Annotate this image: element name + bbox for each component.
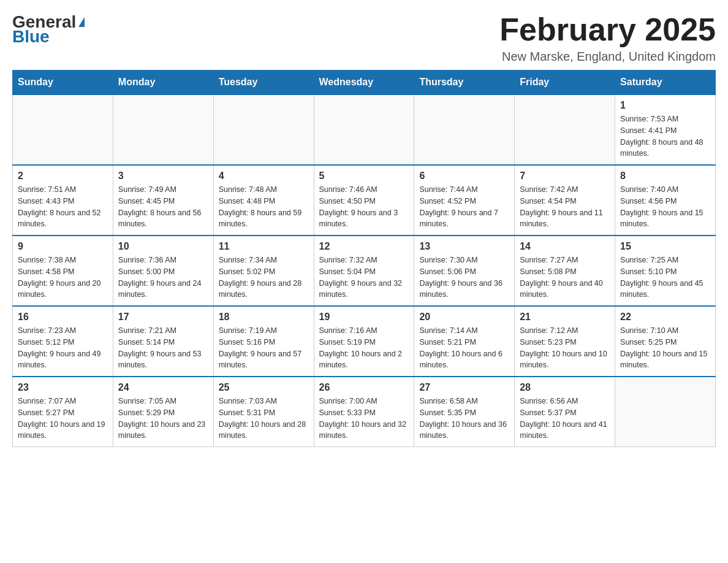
day-info: Sunrise: 7:03 AMSunset: 5:31 PMDaylight:… — [219, 396, 309, 442]
day-info: Sunrise: 6:58 AMSunset: 5:35 PMDaylight:… — [419, 396, 509, 442]
day-info: Sunrise: 7:07 AMSunset: 5:27 PMDaylight:… — [18, 396, 108, 442]
calendar-cell: 13Sunrise: 7:30 AMSunset: 5:06 PMDayligh… — [414, 236, 515, 306]
day-info: Sunrise: 7:21 AMSunset: 5:14 PMDaylight:… — [118, 325, 208, 371]
day-number: 22 — [620, 312, 710, 323]
calendar-cell — [615, 377, 716, 447]
calendar-cell: 20Sunrise: 7:14 AMSunset: 5:21 PMDayligh… — [414, 306, 515, 377]
weekday-header-wednesday: Wednesday — [314, 71, 414, 95]
day-info: Sunrise: 7:36 AMSunset: 5:00 PMDaylight:… — [118, 255, 208, 301]
calendar-cell: 5Sunrise: 7:46 AMSunset: 4:50 PMDaylight… — [314, 165, 414, 236]
weekday-header-tuesday: Tuesday — [213, 71, 314, 95]
calendar-cell: 18Sunrise: 7:19 AMSunset: 5:16 PMDayligh… — [213, 306, 314, 377]
calendar-cell: 9Sunrise: 7:38 AMSunset: 4:58 PMDaylight… — [13, 236, 113, 306]
calendar-cell: 11Sunrise: 7:34 AMSunset: 5:02 PMDayligh… — [213, 236, 314, 306]
title-section: February 2025 New Marske, England, Unite… — [499, 12, 716, 64]
calendar-cell — [213, 94, 314, 165]
day-number: 9 — [18, 241, 108, 252]
day-info: Sunrise: 7:42 AMSunset: 4:54 PMDaylight:… — [520, 184, 610, 230]
calendar-cell: 10Sunrise: 7:36 AMSunset: 5:00 PMDayligh… — [113, 236, 213, 306]
calendar-cell — [13, 94, 113, 165]
day-info: Sunrise: 7:48 AMSunset: 4:48 PMDaylight:… — [219, 184, 309, 230]
weekday-header-row: SundayMondayTuesdayWednesdayThursdayFrid… — [13, 71, 716, 95]
calendar-cell: 15Sunrise: 7:25 AMSunset: 5:10 PMDayligh… — [615, 236, 716, 306]
week-row-3: 9Sunrise: 7:38 AMSunset: 4:58 PMDaylight… — [13, 236, 716, 306]
day-number: 15 — [620, 241, 710, 252]
day-number: 24 — [118, 382, 208, 393]
day-info: Sunrise: 7:51 AMSunset: 4:43 PMDaylight:… — [18, 184, 108, 230]
day-number: 17 — [118, 312, 208, 323]
day-info: Sunrise: 7:32 AMSunset: 5:04 PMDaylight:… — [319, 255, 409, 301]
logo: General Blue — [12, 12, 85, 47]
calendar-cell — [515, 94, 615, 165]
day-number: 4 — [219, 170, 309, 182]
day-info: Sunrise: 7:10 AMSunset: 5:25 PMDaylight:… — [620, 325, 710, 371]
day-number: 12 — [319, 241, 409, 252]
calendar-cell: 1Sunrise: 7:53 AMSunset: 4:41 PMDaylight… — [615, 94, 716, 165]
day-info: Sunrise: 7:44 AMSunset: 4:52 PMDaylight:… — [419, 184, 509, 230]
calendar-cell: 27Sunrise: 6:58 AMSunset: 5:35 PMDayligh… — [414, 377, 515, 447]
day-number: 18 — [219, 312, 309, 323]
day-info: Sunrise: 7:16 AMSunset: 5:19 PMDaylight:… — [319, 325, 409, 371]
day-number: 16 — [18, 312, 108, 323]
day-number: 20 — [419, 312, 509, 323]
day-info: Sunrise: 7:00 AMSunset: 5:33 PMDaylight:… — [319, 396, 409, 442]
day-number: 11 — [219, 241, 309, 252]
day-info: Sunrise: 6:56 AMSunset: 5:37 PMDaylight:… — [520, 396, 610, 442]
calendar-cell: 22Sunrise: 7:10 AMSunset: 5:25 PMDayligh… — [615, 306, 716, 377]
day-info: Sunrise: 7:30 AMSunset: 5:06 PMDaylight:… — [419, 255, 509, 301]
day-number: 25 — [219, 382, 309, 393]
day-number: 2 — [18, 170, 108, 182]
day-number: 14 — [520, 241, 610, 252]
calendar-cell: 21Sunrise: 7:12 AMSunset: 5:23 PMDayligh… — [515, 306, 615, 377]
calendar-cell — [314, 94, 414, 165]
calendar-cell: 3Sunrise: 7:49 AMSunset: 4:45 PMDaylight… — [113, 165, 213, 236]
day-number: 7 — [520, 170, 610, 182]
calendar-cell: 8Sunrise: 7:40 AMSunset: 4:56 PMDaylight… — [615, 165, 716, 236]
weekday-header-thursday: Thursday — [414, 71, 515, 95]
day-info: Sunrise: 7:12 AMSunset: 5:23 PMDaylight:… — [520, 325, 610, 371]
calendar-table: SundayMondayTuesdayWednesdayThursdayFrid… — [12, 70, 716, 447]
calendar-cell: 24Sunrise: 7:05 AMSunset: 5:29 PMDayligh… — [113, 377, 213, 447]
location: New Marske, England, United Kingdom — [499, 50, 716, 64]
calendar-cell: 26Sunrise: 7:00 AMSunset: 5:33 PMDayligh… — [314, 377, 414, 447]
calendar-cell: 7Sunrise: 7:42 AMSunset: 4:54 PMDaylight… — [515, 165, 615, 236]
day-info: Sunrise: 7:40 AMSunset: 4:56 PMDaylight:… — [620, 184, 710, 230]
week-row-1: 1Sunrise: 7:53 AMSunset: 4:41 PMDaylight… — [13, 94, 716, 165]
calendar-cell: 17Sunrise: 7:21 AMSunset: 5:14 PMDayligh… — [113, 306, 213, 377]
day-info: Sunrise: 7:14 AMSunset: 5:21 PMDaylight:… — [419, 325, 509, 371]
week-row-2: 2Sunrise: 7:51 AMSunset: 4:43 PMDaylight… — [13, 165, 716, 236]
day-info: Sunrise: 7:05 AMSunset: 5:29 PMDaylight:… — [118, 396, 208, 442]
day-info: Sunrise: 7:25 AMSunset: 5:10 PMDaylight:… — [620, 255, 710, 301]
weekday-header-monday: Monday — [113, 71, 213, 95]
day-info: Sunrise: 7:19 AMSunset: 5:16 PMDaylight:… — [219, 325, 309, 371]
week-row-5: 23Sunrise: 7:07 AMSunset: 5:27 PMDayligh… — [13, 377, 716, 447]
calendar-cell: 14Sunrise: 7:27 AMSunset: 5:08 PMDayligh… — [515, 236, 615, 306]
day-info: Sunrise: 7:23 AMSunset: 5:12 PMDaylight:… — [18, 325, 108, 371]
day-number: 10 — [118, 241, 208, 252]
weekday-header-saturday: Saturday — [615, 71, 716, 95]
day-number: 19 — [319, 312, 409, 323]
calendar-cell: 12Sunrise: 7:32 AMSunset: 5:04 PMDayligh… — [314, 236, 414, 306]
calendar-cell — [414, 94, 515, 165]
day-info: Sunrise: 7:53 AMSunset: 4:41 PMDaylight:… — [620, 113, 710, 159]
day-number: 28 — [520, 382, 610, 393]
calendar-cell: 28Sunrise: 6:56 AMSunset: 5:37 PMDayligh… — [515, 377, 615, 447]
calendar-cell: 25Sunrise: 7:03 AMSunset: 5:31 PMDayligh… — [213, 377, 314, 447]
day-number: 6 — [419, 170, 509, 182]
day-number: 26 — [319, 382, 409, 393]
day-info: Sunrise: 7:49 AMSunset: 4:45 PMDaylight:… — [118, 184, 208, 230]
day-number: 1 — [620, 100, 710, 111]
day-info: Sunrise: 7:38 AMSunset: 4:58 PMDaylight:… — [18, 255, 108, 301]
logo-triangle-icon — [78, 17, 85, 27]
calendar-cell — [113, 94, 213, 165]
weekday-header-friday: Friday — [515, 71, 615, 95]
day-info: Sunrise: 7:34 AMSunset: 5:02 PMDaylight:… — [219, 255, 309, 301]
day-number: 8 — [620, 170, 710, 182]
day-number: 5 — [319, 170, 409, 182]
day-number: 27 — [419, 382, 509, 393]
day-number: 21 — [520, 312, 610, 323]
weekday-header-sunday: Sunday — [13, 71, 113, 95]
logo-blue-text: Blue — [12, 27, 50, 47]
calendar-cell: 6Sunrise: 7:44 AMSunset: 4:52 PMDaylight… — [414, 165, 515, 236]
calendar-cell: 2Sunrise: 7:51 AMSunset: 4:43 PMDaylight… — [13, 165, 113, 236]
